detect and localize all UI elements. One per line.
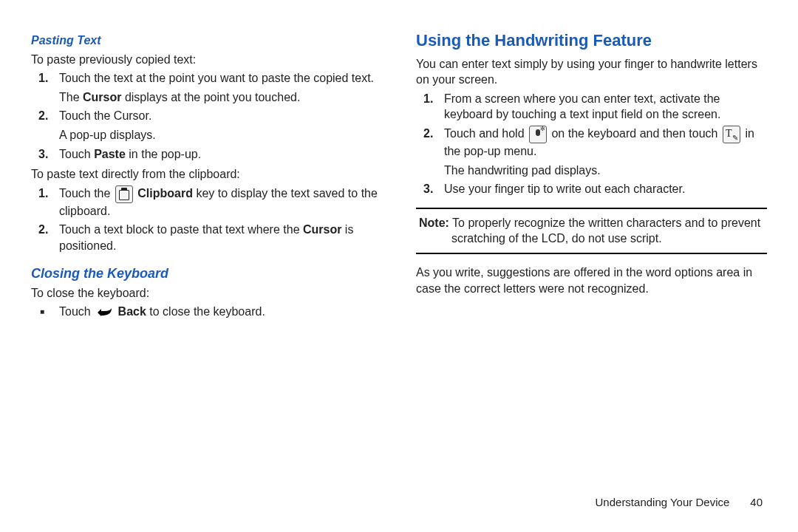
close-bullets: Touch Back to close the keyboard. [31, 304, 382, 320]
mic-settings-icon [529, 126, 547, 143]
manual-page: Pasting Text To paste previously copied … [0, 0, 798, 532]
intro-clipboard: To paste text directly from the clipboar… [31, 166, 382, 183]
step-2: Touch and hold on the keyboard and then … [438, 126, 767, 178]
intro-paste: To paste previously copied text: [31, 52, 382, 68]
step-text: Use your finger tip to write out each ch… [444, 183, 685, 195]
step-3: Use your finger tip to write out each ch… [438, 181, 767, 197]
steps-paste: Touch the text at the point you want to … [31, 70, 382, 162]
page-number: 40 [750, 495, 763, 510]
step-2: Touch the Cursor. A pop-up displays. [53, 108, 382, 143]
intro-close: To close the keyboard: [31, 285, 382, 301]
step-1: From a screen where you can enter text, … [438, 91, 767, 123]
step-text: Touch the Cursor. [59, 109, 151, 122]
steps-clipboard: Touch the Clipboard key to display the t… [31, 185, 382, 254]
section-title: Understanding Your Device [596, 495, 730, 510]
intro-handwriting: You can enter text simply by using your … [416, 56, 767, 88]
step-3: Touch Paste in the pop-up. [53, 146, 382, 163]
heading-handwriting: Using the Handwriting Feature [416, 30, 767, 52]
step-sub: The Cursor displays at the point you tou… [59, 89, 382, 106]
after-note-text: As you write, suggestions are offered in… [416, 265, 767, 296]
steps-handwriting: From a screen where you can enter text, … [416, 91, 767, 197]
handwriting-mode-icon [723, 126, 740, 143]
step-text: Touch the text at the point you want to … [59, 72, 374, 84]
column-right: Using the Handwriting Feature You can en… [416, 28, 767, 299]
step-1: Touch the text at the point you want to … [53, 70, 382, 105]
two-column-layout: Pasting Text To paste previously copied … [31, 28, 767, 489]
column-left: Pasting Text To paste previously copied … [31, 28, 382, 323]
note-block: Note: To properly recognize the written … [416, 208, 767, 254]
heading-closing-keyboard: Closing the Keyboard [31, 265, 382, 282]
step-text: From a screen where you can enter text, … [444, 92, 720, 121]
back-icon [95, 307, 113, 318]
step-2: Touch a text block to paste that text wh… [53, 222, 382, 253]
heading-pasting-text: Pasting Text [31, 33, 382, 49]
page-footer: Understanding Your Device 40 [31, 495, 767, 510]
note-text: Note: To properly recognize the written … [419, 215, 764, 247]
step-sub: The handwriting pad displays. [444, 163, 767, 179]
clipboard-icon [115, 185, 133, 203]
close-bullet: Touch Back to close the keyboard. [53, 304, 382, 320]
step-1: Touch the Clipboard key to display the t… [53, 185, 382, 219]
step-sub: A pop-up displays. [59, 127, 382, 143]
